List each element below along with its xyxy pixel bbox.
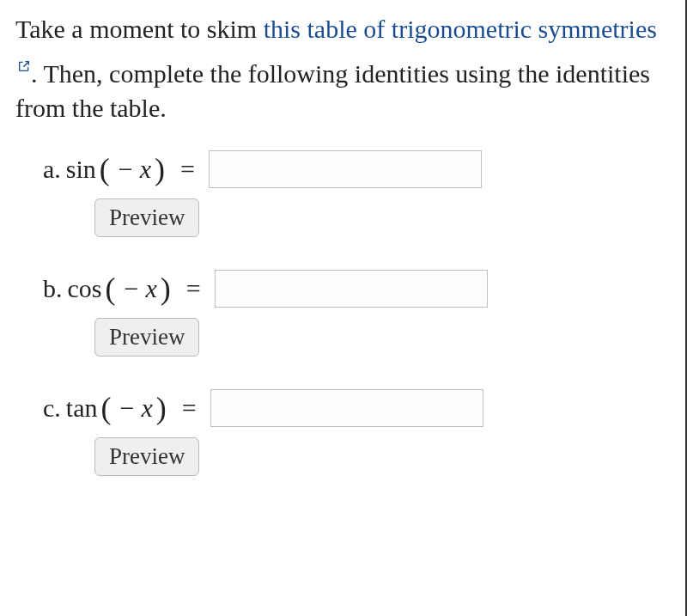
answer-input-c[interactable] [210,389,483,427]
part-b: b. cos(−x) = Preview [43,270,670,357]
part-c: c. tan(−x) = Preview [43,389,670,476]
variable-x: x [141,395,152,421]
open-paren: ( [104,273,118,304]
close-paren: ) [153,154,167,185]
variable-x: x [140,156,151,182]
variable-x: x [145,276,156,302]
fn-cos: cos [68,276,102,302]
equals-sign: = [178,276,210,302]
question-parts: a. sin(−x) = Preview b. cos(−x) = Previe… [15,150,670,476]
part-c-row: c. tan(−x) = [43,389,670,427]
answer-input-a[interactable] [209,150,482,188]
close-paren: ) [155,393,168,424]
open-paren: ( [98,154,112,185]
part-a-expression: sin(−x) [66,154,167,185]
link-text: this table of trigonometric symmetries [264,15,657,43]
part-b-row: b. cos(−x) = [43,270,670,308]
external-link-icon [17,47,31,82]
prompt-pre: Take a moment to skim [15,15,264,43]
part-b-label: b. [43,276,63,302]
minus-sign: − [113,156,138,182]
preview-button-b[interactable]: Preview [94,318,199,357]
part-a-label: a. [43,156,61,182]
fn-sin: sin [66,156,96,182]
fn-tan: tan [66,395,98,421]
part-c-label: c. [43,395,61,421]
part-b-expression: cos(−x) [68,273,173,304]
open-paren: ( [99,393,112,424]
minus-sign: − [119,276,144,302]
part-c-expression: tan(−x) [66,393,168,424]
question-prompt: Take a moment to skim this table of trig… [15,12,670,126]
part-a-row: a. sin(−x) = [43,150,670,188]
close-paren: ) [159,273,173,304]
part-a: a. sin(−x) = Preview [43,150,670,237]
prompt-post: . Then, complete the following identitie… [15,59,650,123]
preview-button-a[interactable]: Preview [94,198,199,237]
answer-input-b[interactable] [215,270,488,308]
preview-button-c[interactable]: Preview [94,437,199,476]
minus-sign: − [114,395,139,421]
equals-sign: = [173,395,205,421]
equals-sign: = [172,156,204,182]
